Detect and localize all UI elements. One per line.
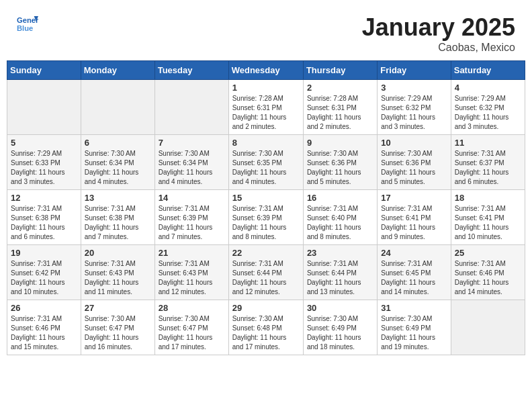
calendar-table: SundayMondayTuesdayWednesdayThursdayFrid…	[7, 60, 525, 355]
calendar-cell: 20Sunrise: 7:31 AM Sunset: 6:43 PM Dayli…	[81, 245, 154, 300]
cell-info: Sunrise: 7:30 AM Sunset: 6:48 PM Dayligh…	[232, 314, 300, 352]
day-number: 27	[85, 303, 151, 313]
cell-info: Sunrise: 7:30 AM Sunset: 6:36 PM Dayligh…	[307, 149, 373, 187]
cell-info: Sunrise: 7:31 AM Sunset: 6:42 PM Dayligh…	[11, 259, 77, 297]
cell-info: Sunrise: 7:30 AM Sunset: 6:34 PM Dayligh…	[85, 149, 151, 187]
cell-info: Sunrise: 7:31 AM Sunset: 6:43 PM Dayligh…	[159, 259, 225, 297]
day-number: 24	[381, 248, 447, 258]
day-number: 23	[307, 248, 373, 258]
calendar-cell: 4Sunrise: 7:29 AM Sunset: 6:32 PM Daylig…	[451, 80, 525, 135]
day-number: 16	[307, 193, 373, 203]
day-number: 5	[11, 138, 77, 148]
calendar-cell: 27Sunrise: 7:30 AM Sunset: 6:47 PM Dayli…	[81, 300, 154, 355]
day-number: 2	[307, 83, 373, 93]
cell-info: Sunrise: 7:31 AM Sunset: 6:45 PM Dayligh…	[381, 259, 447, 297]
calendar-cell: 9Sunrise: 7:30 AM Sunset: 6:36 PM Daylig…	[303, 135, 377, 190]
day-number: 19	[11, 248, 77, 258]
calendar-week-4: 19Sunrise: 7:31 AM Sunset: 6:42 PM Dayli…	[7, 245, 525, 300]
calendar-week-3: 12Sunrise: 7:31 AM Sunset: 6:38 PM Dayli…	[7, 190, 525, 245]
location: Caobas, Mexico	[362, 42, 515, 54]
day-number: 4	[455, 83, 521, 93]
cell-info: Sunrise: 7:29 AM Sunset: 6:32 PM Dayligh…	[455, 94, 521, 132]
weekday-header-monday: Monday	[81, 61, 154, 80]
logo: General Blue	[17, 13, 38, 35]
cell-info: Sunrise: 7:31 AM Sunset: 6:39 PM Dayligh…	[232, 204, 300, 242]
cell-info: Sunrise: 7:30 AM Sunset: 6:36 PM Dayligh…	[381, 149, 447, 187]
calendar-cell: 7Sunrise: 7:30 AM Sunset: 6:34 PM Daylig…	[154, 135, 228, 190]
cell-info: Sunrise: 7:30 AM Sunset: 6:47 PM Dayligh…	[159, 314, 225, 352]
calendar-cell	[7, 80, 81, 135]
calendar-cell: 8Sunrise: 7:30 AM Sunset: 6:35 PM Daylig…	[228, 135, 303, 190]
day-number: 29	[232, 303, 300, 313]
calendar-week-1: 1Sunrise: 7:28 AM Sunset: 6:31 PM Daylig…	[7, 80, 525, 135]
day-number: 6	[85, 138, 151, 148]
calendar-cell: 12Sunrise: 7:31 AM Sunset: 6:38 PM Dayli…	[7, 190, 81, 245]
cell-info: Sunrise: 7:31 AM Sunset: 6:46 PM Dayligh…	[455, 259, 521, 297]
cell-info: Sunrise: 7:31 AM Sunset: 6:46 PM Dayligh…	[11, 314, 77, 352]
calendar-cell: 16Sunrise: 7:31 AM Sunset: 6:40 PM Dayli…	[303, 190, 377, 245]
cell-info: Sunrise: 7:31 AM Sunset: 6:38 PM Dayligh…	[85, 204, 151, 242]
cell-info: Sunrise: 7:28 AM Sunset: 6:31 PM Dayligh…	[232, 94, 300, 132]
weekday-header-row: SundayMondayTuesdayWednesdayThursdayFrid…	[7, 61, 525, 80]
cell-info: Sunrise: 7:30 AM Sunset: 6:35 PM Dayligh…	[232, 149, 300, 187]
day-number: 20	[85, 248, 151, 258]
day-number: 15	[232, 193, 300, 203]
weekday-header-wednesday: Wednesday	[228, 61, 303, 80]
day-number: 26	[11, 303, 77, 313]
calendar-cell: 10Sunrise: 7:30 AM Sunset: 6:36 PM Dayli…	[378, 135, 451, 190]
cell-info: Sunrise: 7:31 AM Sunset: 6:37 PM Dayligh…	[455, 149, 521, 187]
day-number: 31	[381, 303, 447, 313]
calendar-cell: 3Sunrise: 7:29 AM Sunset: 6:32 PM Daylig…	[378, 80, 451, 135]
day-number: 7	[159, 138, 225, 148]
calendar-cell: 21Sunrise: 7:31 AM Sunset: 6:43 PM Dayli…	[154, 245, 228, 300]
calendar-cell: 18Sunrise: 7:31 AM Sunset: 6:41 PM Dayli…	[451, 190, 525, 245]
day-number: 12	[11, 193, 77, 203]
svg-text:Blue: Blue	[17, 24, 33, 32]
calendar-cell: 1Sunrise: 7:28 AM Sunset: 6:31 PM Daylig…	[228, 80, 303, 135]
logo-icon: General Blue	[17, 13, 38, 35]
day-number: 14	[159, 193, 225, 203]
calendar-cell: 26Sunrise: 7:31 AM Sunset: 6:46 PM Dayli…	[7, 300, 81, 355]
day-number: 17	[381, 193, 447, 203]
day-number: 30	[307, 303, 373, 313]
calendar-cell	[81, 80, 154, 135]
calendar-cell: 23Sunrise: 7:31 AM Sunset: 6:44 PM Dayli…	[303, 245, 377, 300]
day-number: 1	[232, 83, 300, 93]
cell-info: Sunrise: 7:29 AM Sunset: 6:33 PM Dayligh…	[11, 149, 77, 187]
weekday-header-sunday: Sunday	[7, 61, 81, 80]
cell-info: Sunrise: 7:30 AM Sunset: 6:34 PM Dayligh…	[159, 149, 225, 187]
cell-info: Sunrise: 7:28 AM Sunset: 6:31 PM Dayligh…	[307, 94, 373, 132]
calendar-cell: 22Sunrise: 7:31 AM Sunset: 6:44 PM Dayli…	[228, 245, 303, 300]
day-number: 8	[232, 138, 300, 148]
calendar-cell: 29Sunrise: 7:30 AM Sunset: 6:48 PM Dayli…	[228, 300, 303, 355]
calendar-cell: 30Sunrise: 7:30 AM Sunset: 6:49 PM Dayli…	[303, 300, 377, 355]
cell-info: Sunrise: 7:31 AM Sunset: 6:38 PM Dayligh…	[11, 204, 77, 242]
day-number: 21	[159, 248, 225, 258]
calendar-week-5: 26Sunrise: 7:31 AM Sunset: 6:46 PM Dayli…	[7, 300, 525, 355]
day-number: 10	[381, 138, 447, 148]
calendar-cell: 13Sunrise: 7:31 AM Sunset: 6:38 PM Dayli…	[81, 190, 154, 245]
weekday-header-saturday: Saturday	[451, 61, 525, 80]
day-number: 25	[455, 248, 521, 258]
day-number: 22	[232, 248, 300, 258]
cell-info: Sunrise: 7:30 AM Sunset: 6:49 PM Dayligh…	[381, 314, 447, 352]
cell-info: Sunrise: 7:31 AM Sunset: 6:41 PM Dayligh…	[381, 204, 447, 242]
calendar-cell: 5Sunrise: 7:29 AM Sunset: 6:33 PM Daylig…	[7, 135, 81, 190]
weekday-header-tuesday: Tuesday	[154, 61, 228, 80]
month-title: January 2025	[362, 13, 515, 42]
cell-info: Sunrise: 7:31 AM Sunset: 6:41 PM Dayligh…	[455, 204, 521, 242]
calendar-cell: 2Sunrise: 7:28 AM Sunset: 6:31 PM Daylig…	[303, 80, 377, 135]
calendar-cell	[154, 80, 228, 135]
day-number: 13	[85, 193, 151, 203]
calendar-cell: 28Sunrise: 7:30 AM Sunset: 6:47 PM Dayli…	[154, 300, 228, 355]
cell-info: Sunrise: 7:31 AM Sunset: 6:44 PM Dayligh…	[307, 259, 373, 297]
day-number: 28	[159, 303, 225, 313]
cell-info: Sunrise: 7:31 AM Sunset: 6:44 PM Dayligh…	[232, 259, 300, 297]
title-block: January 2025 Caobas, Mexico	[362, 13, 515, 54]
calendar-cell: 25Sunrise: 7:31 AM Sunset: 6:46 PM Dayli…	[451, 245, 525, 300]
calendar-cell: 11Sunrise: 7:31 AM Sunset: 6:37 PM Dayli…	[451, 135, 525, 190]
cell-info: Sunrise: 7:29 AM Sunset: 6:32 PM Dayligh…	[381, 94, 447, 132]
cell-info: Sunrise: 7:31 AM Sunset: 6:40 PM Dayligh…	[307, 204, 373, 242]
cell-info: Sunrise: 7:31 AM Sunset: 6:39 PM Dayligh…	[159, 204, 225, 242]
cell-info: Sunrise: 7:30 AM Sunset: 6:47 PM Dayligh…	[85, 314, 151, 352]
